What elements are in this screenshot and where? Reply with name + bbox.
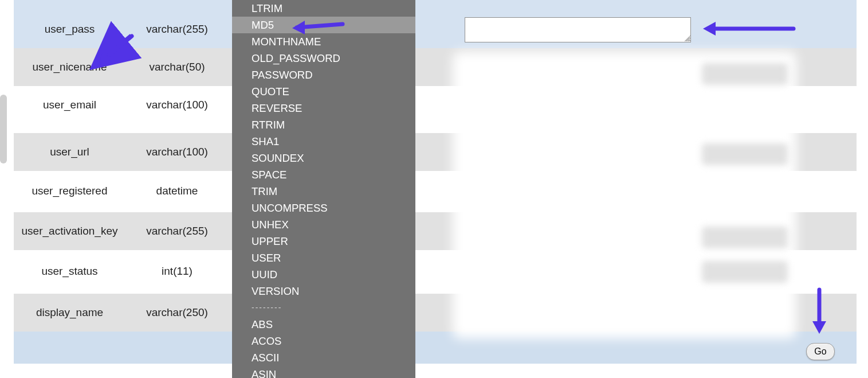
column-name-cell: user_nicename <box>14 61 125 73</box>
column-type-cell: datetime <box>125 185 229 197</box>
column-name-cell: display_name <box>14 306 125 319</box>
dropdown-option-upper[interactable]: UPPER <box>232 233 415 250</box>
dropdown-option-uuid[interactable]: UUID <box>232 266 415 283</box>
column-type-cell: int(11) <box>125 265 229 278</box>
dropdown-option-monthname[interactable]: MONTHNAME <box>232 33 415 50</box>
column-type-cell: varchar(255) <box>125 225 229 237</box>
table-row <box>14 0 857 10</box>
column-name-cell: user_pass <box>14 23 125 36</box>
column-type-cell: varchar(250) <box>125 306 229 319</box>
dropdown-option-version[interactable]: VERSION <box>232 283 415 299</box>
blurred-content <box>702 227 788 248</box>
dropdown-option-space[interactable]: SPACE <box>232 166 415 183</box>
column-name-cell: user_registered <box>14 185 125 197</box>
dropdown-option-unhex[interactable]: UNHEX <box>232 216 415 233</box>
blurred-content <box>453 52 796 338</box>
dropdown-option-uncompress[interactable]: UNCOMPRESS <box>232 200 415 216</box>
dropdown-option-ascii[interactable]: ASCII <box>232 349 415 366</box>
dropdown-option-ltrim[interactable]: LTRIM <box>232 0 415 17</box>
dropdown-option-password[interactable]: PASSWORD <box>232 67 415 83</box>
blurred-content <box>702 143 788 165</box>
column-type-cell: varchar(100) <box>125 99 229 111</box>
dropdown-option-user[interactable]: USER <box>232 250 415 266</box>
dropdown-option-sha1[interactable]: SHA1 <box>232 133 415 150</box>
dropdown-option-rtrim[interactable]: RTRIM <box>232 116 415 133</box>
column-name-cell: user_url <box>14 146 125 158</box>
dropdown-option-asin[interactable]: ASIN <box>232 366 415 378</box>
blurred-content <box>702 63 788 85</box>
dropdown-option-abs[interactable]: ABS <box>232 316 415 333</box>
column-name-cell: user_email <box>14 99 125 111</box>
function-dropdown[interactable]: LTRIM MD5 MONTHNAME OLD_PASSWORD PASSWOR… <box>232 0 415 378</box>
dropdown-option-old-password[interactable]: OLD_PASSWORD <box>232 50 415 67</box>
dropdown-option-md5[interactable]: MD5 <box>232 17 415 33</box>
dropdown-separator: -------- <box>232 299 415 316</box>
column-type-cell: varchar(50) <box>125 61 229 73</box>
column-type-cell: varchar(100) <box>125 146 229 158</box>
dropdown-option-soundex[interactable]: SOUNDEX <box>232 150 415 166</box>
dropdown-option-trim[interactable]: TRIM <box>232 183 415 200</box>
dropdown-option-quote[interactable]: QUOTE <box>232 83 415 100</box>
blurred-content <box>702 261 788 283</box>
go-button[interactable]: Go <box>806 343 835 360</box>
column-name-cell: user_status <box>14 265 125 278</box>
dropdown-option-reverse[interactable]: REVERSE <box>232 100 415 116</box>
table-row-user-pass[interactable]: user_pass varchar(255) <box>14 10 857 48</box>
value-input-user-pass[interactable] <box>465 17 691 42</box>
column-type-cell: varchar(255) <box>125 23 229 36</box>
scrollbar-stub[interactable] <box>0 95 7 163</box>
column-name-cell: user_activation_key <box>14 225 125 237</box>
dropdown-option-acos[interactable]: ACOS <box>232 333 415 349</box>
